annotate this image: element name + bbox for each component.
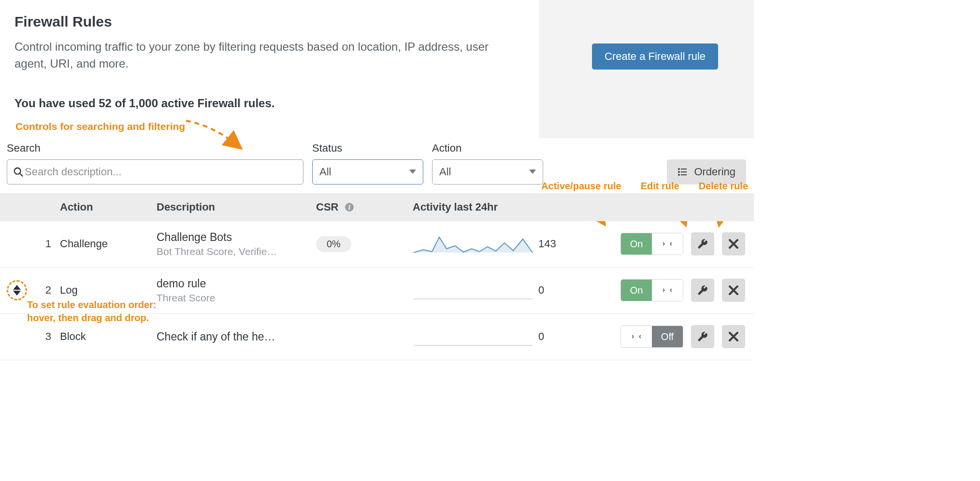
row-description-main: Challenge Bots — [157, 231, 316, 244]
status-field-block: Status All — [312, 142, 423, 184]
row-index: 3 — [31, 330, 60, 343]
svg-text:i: i — [348, 204, 350, 211]
row-description: demo rule Threat Score — [157, 277, 316, 304]
table-row: 1 Challenge Challenge Bots Bot Threat Sc… — [0, 221, 754, 268]
page-title: Firewall Rules — [14, 14, 524, 30]
row-action: Log — [60, 284, 157, 297]
search-field-block: Search — [7, 142, 303, 184]
rule-toggle[interactable]: On — [620, 233, 683, 255]
svg-point-0 — [14, 168, 21, 174]
close-icon — [728, 285, 739, 296]
table-header: Action Description CSR i Activity last 2… — [0, 193, 754, 221]
page-description: Control incoming traffic to your zone by… — [14, 39, 498, 72]
search-icon — [13, 167, 24, 177]
row-action: Block — [60, 330, 157, 343]
close-icon — [728, 239, 739, 249]
toggle-on-segment — [621, 326, 652, 347]
usage-count: You have used 52 of 1,000 active Firewal… — [14, 97, 524, 110]
row-description-main: demo rule — [157, 277, 316, 290]
annotation-active-pause: Active/pause rule — [541, 181, 621, 192]
header-region: Firewall Rules Control incoming traffic … — [0, 0, 754, 138]
wrench-icon — [697, 331, 708, 342]
toggle-on-segment: On — [621, 233, 652, 255]
svg-point-2 — [678, 168, 680, 170]
search-input[interactable] — [24, 165, 297, 179]
header-right: Create a Firewall rule — [539, 0, 754, 138]
table-row: 3 Block Check if any of the he… 0 Off — [0, 314, 754, 360]
edit-rule-button[interactable] — [691, 325, 714, 348]
info-icon[interactable]: i — [345, 202, 354, 212]
action-label: Action — [432, 142, 543, 155]
drag-handle[interactable] — [7, 280, 27, 300]
header-left: Firewall Rules Control incoming traffic … — [0, 0, 539, 138]
svg-point-6 — [678, 174, 680, 176]
svg-rect-5 — [681, 171, 687, 172]
row-count: 0 — [538, 284, 611, 297]
toggle-off-segment — [652, 233, 683, 255]
annotation-delete: Delete rule — [699, 181, 748, 192]
row-description-sub: Threat Score — [157, 292, 316, 304]
row-count: 143 — [538, 238, 611, 250]
sparkline-chart — [413, 228, 533, 256]
status-label: Status — [312, 142, 423, 155]
row-description-sub: Bot Threat Score, Verifie… — [157, 246, 316, 257]
close-icon — [728, 331, 739, 342]
action-field-block: Action All — [432, 142, 543, 184]
status-select[interactable]: All — [312, 159, 423, 184]
row-description: Check if any of the he… — [157, 330, 316, 343]
column-action: Action — [60, 201, 157, 213]
toggle-on-segment: On — [621, 280, 652, 301]
action-select[interactable]: All — [432, 159, 543, 184]
rule-toggle[interactable]: On — [620, 279, 683, 301]
row-description: Challenge Bots Bot Threat Score, Verifie… — [157, 231, 316, 257]
ordering-label: Ordering — [694, 166, 735, 178]
caret-down-icon — [529, 170, 536, 174]
toggle-off-segment — [652, 280, 683, 301]
svg-rect-7 — [681, 174, 687, 175]
column-description: Description — [157, 201, 316, 213]
sparkline-empty — [413, 275, 533, 303]
row-index: 2 — [31, 284, 60, 297]
svg-line-1 — [20, 173, 23, 176]
wrench-icon — [697, 238, 708, 250]
csr-pill: 0% — [316, 236, 351, 252]
edit-rule-button[interactable] — [691, 232, 714, 255]
list-icon — [677, 167, 687, 177]
row-csr: 0% — [316, 236, 413, 252]
search-input-wrapper[interactable] — [7, 159, 303, 184]
column-csr-label: CSR — [316, 201, 338, 213]
table-row: 2 Log demo rule Threat Score 0 On To set… — [0, 268, 754, 314]
row-index: 1 — [31, 238, 60, 250]
create-firewall-rule-button[interactable]: Create a Firewall rule — [592, 43, 718, 70]
row-count: 0 — [538, 330, 611, 343]
annotation-edit: Edit rule — [641, 181, 679, 192]
annotation-search-controls: Controls for searching and filtering — [15, 121, 524, 132]
toggle-off-segment: Off — [652, 326, 683, 347]
status-select-value: All — [319, 166, 331, 178]
caret-down-icon — [409, 170, 416, 174]
row-description-main: Check if any of the he… — [157, 330, 316, 343]
rule-toggle[interactable]: Off — [620, 325, 683, 348]
row-action: Challenge — [60, 238, 157, 250]
delete-rule-button[interactable] — [722, 232, 745, 255]
delete-rule-button[interactable] — [722, 325, 745, 348]
svg-point-4 — [678, 171, 680, 173]
edit-rule-button[interactable] — [691, 279, 714, 302]
table-body: 1 Challenge Challenge Bots Bot Threat Sc… — [0, 221, 754, 360]
sparkline-empty — [413, 321, 533, 349]
wrench-icon — [697, 284, 708, 296]
column-activity: Activity last 24hr — [413, 201, 538, 213]
annotation-column-labels: Active/pause rule Edit rule Delete rule — [541, 181, 748, 192]
column-csr: CSR i — [316, 201, 413, 213]
search-label: Search — [7, 142, 303, 155]
action-select-value: All — [439, 166, 451, 178]
svg-rect-3 — [681, 169, 687, 170]
delete-rule-button[interactable] — [722, 279, 745, 302]
